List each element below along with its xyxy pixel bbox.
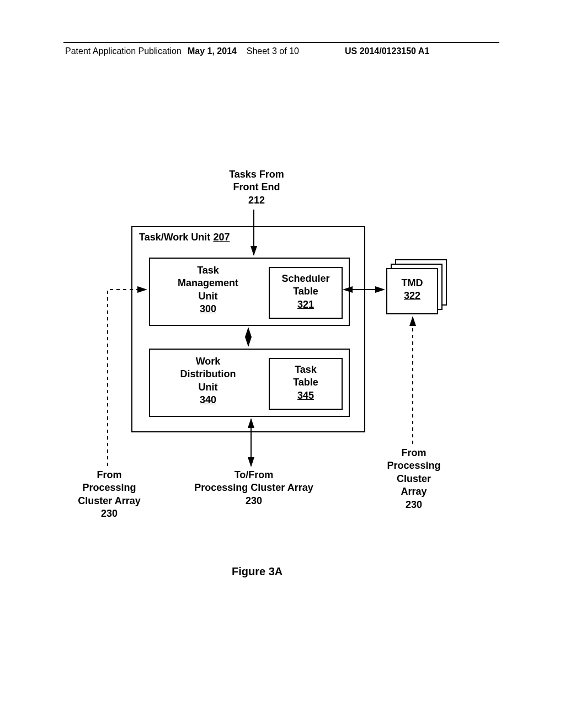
page: Patent Application Publication May 1, 20…: [0, 0, 565, 728]
arrows-svg: [0, 0, 565, 728]
